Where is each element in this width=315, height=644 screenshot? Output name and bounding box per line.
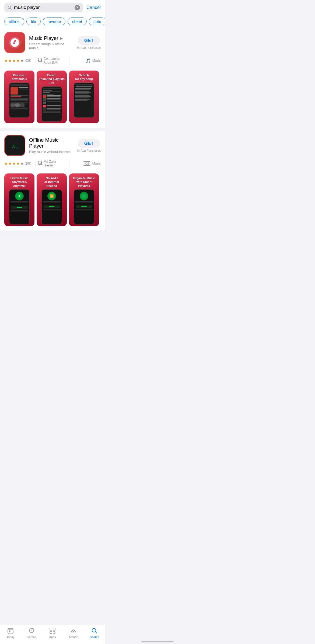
app-header-music-player: Music Player ▶ Stream songs & offline mu… — [4, 32, 101, 53]
get-btn-wrapper: GET In-App Purchases — [77, 36, 101, 49]
chip-reverse[interactable]: reverse — [43, 18, 65, 25]
screenshot-5[interactable]: No Wi-Fior Internet Needed 📶 — [37, 173, 67, 226]
chip-file[interactable]: file — [26, 18, 41, 25]
screenshot-bg-6: Organize Musicwith Smart Playlists 🎵 — [69, 173, 99, 226]
rating-meta-category: 🎵 Music — [72, 58, 101, 63]
screenshot-title-6: Organize Musicwith Smart Playlists — [69, 176, 99, 188]
in-app-text-offline: In-App Purchases — [77, 149, 101, 152]
svg-point-3 — [10, 38, 19, 47]
screenshot-bg-4: Listen MusicAnywhere, Anytime! ✈ — [4, 173, 34, 226]
app-list: Music Player ▶ Stream songs & offline mu… — [0, 28, 105, 231]
app-header-offline: ♫ ✈ Offline Music Player Play music with… — [4, 135, 101, 156]
screenshots-row-music-player: Discovernew music — [0, 67, 105, 128]
cancel-button[interactable]: Cancel — [86, 5, 101, 10]
screenshot-2[interactable]: Createunlimited playlists7.24 — [37, 71, 67, 123]
screenshot-3[interactable]: Searchfor any song — [69, 71, 99, 123]
developer-icon-offline: 🖼 — [38, 161, 42, 166]
developer-name-offline: Md Zakir Hossain — [44, 160, 67, 167]
svg-text:✈: ✈ — [16, 146, 18, 150]
play-icon — [8, 36, 22, 49]
screenshot-title-1: Discovernew music — [10, 73, 29, 81]
screenshot-bg-3: Searchfor any song — [69, 71, 99, 123]
star-o2: ★ — [8, 161, 12, 166]
phone-mockup-1 — [9, 83, 30, 118]
star-1: ★ — [4, 58, 8, 63]
info-arrow-icon: ▶ — [60, 36, 63, 40]
screenshot-bg-2: Createunlimited playlists7.24 — [37, 71, 67, 123]
screenshot-1[interactable]: Discovernew music — [4, 71, 34, 123]
rating-section-offline: ★ ★ ★ ★ ★ 20K — [4, 161, 33, 166]
phone-mockup-4: ✈ — [9, 189, 30, 224]
music-icon: 🎵 — [86, 58, 91, 63]
app-name-row: Music Player ▶ — [29, 35, 74, 41]
chip-note[interactable]: note — [89, 18, 105, 25]
rating-sep-o1 — [36, 160, 36, 167]
screenshots-row-offline: Listen MusicAnywhere, Anytime! ✈ — [0, 170, 105, 231]
search-input[interactable]: music player — [14, 5, 72, 10]
get-btn-wrapper-offline: GET In-App Purchases — [77, 139, 101, 152]
search-bar: music player ✕ Cancel — [0, 0, 105, 15]
developer-name: Companjen Apps B.V. — [44, 57, 67, 64]
chip-sheet[interactable]: sheet — [68, 18, 87, 25]
app-row-offline-player: ♫ ✈ Offline Music Player Play music with… — [0, 131, 105, 170]
app-name-offline: Offline Music Player — [29, 137, 74, 149]
app-info-offline: Offline Music Player Play music without … — [29, 137, 74, 154]
search-input-wrapper: music player ✕ — [4, 3, 83, 12]
star-o3: ★ — [12, 161, 16, 166]
app-icon-inner-offline: ♫ ✈ — [5, 135, 25, 155]
screenshot-bg-1: Discovernew music — [4, 71, 34, 123]
rating-row-music-player: ★ ★ ★ ★ ★ 63K 🖼 Companjen Apps B.V. 🎵 Mu… — [4, 56, 101, 67]
rating-meta-dev-offline: 🖼 Md Zakir Hossain — [38, 160, 67, 167]
svg-line-1 — [10, 8, 12, 9]
star-o5: ★ — [20, 161, 24, 166]
app-icon-offline-player[interactable]: ♫ ✈ — [4, 135, 25, 156]
app-name: Music Player — [29, 35, 58, 41]
spacer — [0, 231, 105, 258]
clear-button[interactable]: ✕ — [75, 5, 80, 10]
star-o4: ★ — [16, 161, 20, 166]
category-name: Music — [92, 59, 101, 62]
rating-sep-o2 — [69, 160, 69, 167]
app-icon-inner — [5, 33, 25, 53]
in-app-text: In-App Purchases — [77, 46, 101, 49]
star-3: ★ — [12, 58, 16, 63]
category-offline: Music — [92, 162, 101, 165]
rating-meta-cat-offline: #23 Music — [72, 161, 101, 166]
app-row-music-player: Music Player ▶ Stream songs & offline mu… — [0, 28, 105, 67]
filter-chips-row: offline file reverse sheet note snapt — [0, 15, 105, 28]
star-4: ★ — [16, 58, 20, 63]
developer-icon: 🖼 — [38, 58, 42, 63]
screenshot-title-5: No Wi-Fior Internet Needed — [37, 176, 67, 188]
phone-mockup-3 — [74, 83, 94, 118]
rating-sep-2 — [69, 57, 69, 64]
rating-section: ★ ★ ★ ★ ★ 63K — [4, 58, 33, 63]
rank-badge: #23 — [83, 161, 91, 166]
app-info-music-player: Music Player ▶ Stream songs & offline mu… — [29, 35, 74, 50]
app-subtitle: Stream songs & offline music — [29, 42, 74, 50]
screenshot-title-4: Listen MusicAnywhere, Anytime! — [4, 176, 34, 188]
app-subtitle-offline: Play music without internet — [29, 150, 74, 154]
phone-mockup-5: 📶 — [41, 189, 62, 224]
rating-count-offline: 20K — [25, 162, 31, 165]
offline-music-icon: ♫ ✈ — [8, 138, 22, 152]
get-button-offline[interactable]: GET — [78, 139, 100, 148]
screenshot-bg-5: No Wi-Fior Internet Needed 📶 — [37, 173, 67, 226]
screenshot-title-3: Searchfor any song — [73, 73, 95, 81]
stars: ★ ★ ★ ★ ★ — [4, 58, 24, 63]
get-button-music-player[interactable]: GET — [78, 36, 100, 45]
star-o1: ★ — [4, 161, 8, 166]
screenshot-6[interactable]: Organize Musicwith Smart Playlists 🎵 — [69, 173, 99, 226]
star-5: ★ — [20, 58, 24, 63]
stars-offline: ★ ★ ★ ★ ★ — [4, 161, 24, 166]
svg-point-4 — [13, 42, 15, 44]
app-name-row-offline: Offline Music Player — [29, 137, 74, 149]
app-icon-music-player[interactable] — [4, 32, 25, 53]
rating-sep-1 — [36, 57, 36, 64]
screenshot-4[interactable]: Listen MusicAnywhere, Anytime! ✈ — [4, 173, 34, 226]
phone-mockup-2 — [41, 86, 62, 121]
rating-meta-developer: 🖼 Companjen Apps B.V. — [38, 57, 67, 64]
rating-row-offline: ★ ★ ★ ★ ★ 20K 🖼 Md Zakir Hossain #23 Mus… — [4, 159, 101, 170]
search-icon — [8, 5, 12, 10]
chip-offline[interactable]: offline — [4, 18, 24, 25]
phone-mockup-6: 🎵 — [74, 189, 94, 224]
